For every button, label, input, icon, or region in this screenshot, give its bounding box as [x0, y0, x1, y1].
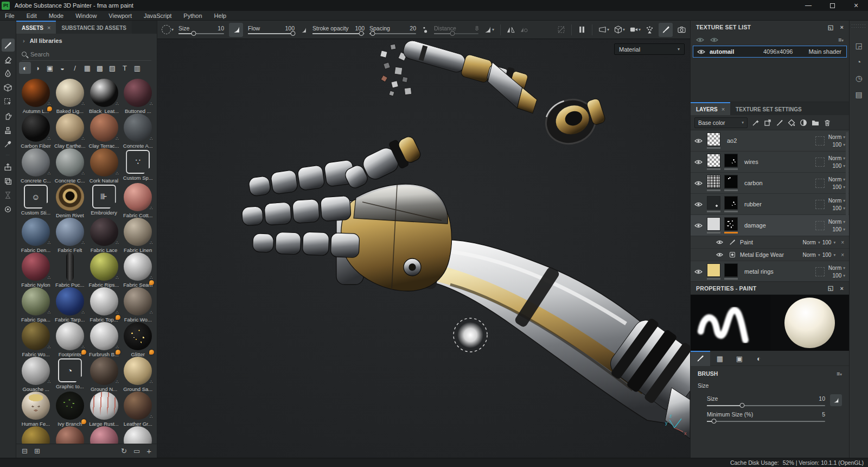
pause-engine-icon[interactable] — [578, 26, 586, 34]
smudge-tool[interactable] — [2, 109, 15, 122]
asset-item[interactable]: Fabric Puc... — [53, 252, 87, 287]
refresh-icon[interactable]: ↻ — [121, 447, 127, 455]
menu-javascript[interactable]: JavaScript — [138, 12, 177, 19]
selection-tool[interactable] — [2, 95, 15, 108]
asset-item[interactable]: ∴Fabric Wo... — [121, 287, 155, 321]
symmetry-settings-icon[interactable] — [520, 26, 528, 34]
asset-item[interactable]: Ivy Branch — [53, 391, 87, 426]
layer-row-metal-rings[interactable]: metal ringsNorm▾100▾ — [691, 261, 849, 281]
asset-item[interactable]: ∴Fabric Rips... — [87, 252, 121, 287]
clone-tool[interactable] — [2, 123, 15, 136]
layer-mask-thumb[interactable] — [724, 263, 738, 277]
layer-content-thumb[interactable] — [707, 217, 720, 231]
asset-item[interactable]: ∴Clay Terrac... — [87, 113, 121, 148]
view-3d-icon[interactable]: ▾ — [614, 26, 625, 34]
bake-mesh-maps[interactable] — [2, 203, 15, 216]
close-panel-icon[interactable]: × — [840, 24, 844, 30]
layer-visibility-icon[interactable] — [694, 138, 703, 144]
layer-mask-thumbnail[interactable] — [724, 263, 738, 280]
asset-item[interactable]: ∴Gouache ... — [19, 356, 53, 391]
history-icon[interactable]: ◷ — [856, 74, 862, 83]
asset-item[interactable]: ∴Concrete C... — [19, 148, 53, 182]
asset-item[interactable]: Human Fe... — [19, 391, 53, 426]
blend-opacity[interactable]: Norm▾100▾ — [828, 176, 845, 190]
layer-effect-row-Metal-Edge-Wear[interactable]: Metal Edge WearNorm▾100▾× — [691, 249, 849, 261]
list-view-icon[interactable]: ⊟ — [22, 447, 28, 455]
menu-viewport[interactable]: Viewport — [103, 12, 138, 19]
asset-item[interactable]: ∵Custom Sp... — [121, 148, 155, 182]
layer-row-carbon[interactable]: carbonNorm▾100▾ — [691, 173, 849, 194]
tab-texture-set-settings[interactable]: TEXTURE SET SETTINGS — [730, 102, 807, 115]
solo-visibility-icon[interactable] — [710, 37, 719, 43]
layer-thumbnail[interactable] — [707, 175, 720, 191]
menu-mode[interactable]: Mode — [43, 12, 70, 19]
filter-menu-icon[interactable]: ≡▾ — [838, 36, 844, 43]
asset-item[interactable] — [19, 426, 53, 444]
asset-item[interactable]: ∴Ground Sa... — [121, 356, 155, 391]
asset-item[interactable]: ∴Fabric Nylon — [19, 252, 53, 287]
layer-mask-thumbnail[interactable] — [724, 154, 738, 170]
asset-item[interactable]: ∴Concrete C... — [53, 148, 87, 182]
layer-visibility-icon[interactable] — [694, 159, 703, 165]
quick-export[interactable] — [2, 160, 15, 173]
asset-item[interactable]: ∴Fabric Wo... — [19, 321, 53, 356]
flow-slider-group[interactable]: Flow100 — [248, 26, 295, 34]
tab-substance-3d-assets[interactable]: SUBSTANCE 3D ASSETS — [56, 21, 131, 34]
dock-grip[interactable]: ·············· — [851, 23, 866, 29]
shading-mode-dropdown[interactable]: Material ▾ — [614, 43, 685, 55]
layer-mask-thumbnail[interactable] — [724, 175, 738, 191]
remove-effect-icon[interactable]: × — [841, 252, 844, 258]
layer-content-thumb[interactable] — [707, 175, 720, 188]
asset-item[interactable]: ∴Buttoned ... — [121, 78, 155, 113]
stencil-disabled-icon[interactable] — [557, 26, 565, 34]
asset-item[interactable]: ∴Leather Gr... — [121, 391, 155, 426]
asset-item[interactable]: ∴Fabric Tarp... — [53, 287, 87, 321]
minimize-button[interactable]: — — [796, 0, 820, 11]
layer-mask-thumb[interactable] — [724, 196, 738, 210]
layer-row-wires[interactable]: wiresNorm▾100▾ — [691, 152, 849, 173]
resources-updater[interactable] — [2, 174, 15, 187]
blend-opacity[interactable]: Norm▾100▾ — [828, 219, 845, 232]
projection-tool[interactable] — [2, 67, 15, 80]
asset-item[interactable]: Glitter — [121, 321, 155, 356]
layer-thumbnail[interactable] — [707, 263, 720, 280]
layer-content-thumb[interactable] — [707, 154, 720, 167]
filter-menu-icon[interactable]: ≡▾ — [837, 370, 842, 377]
layer-thumbnail[interactable] — [707, 196, 720, 212]
effect-visibility-icon[interactable] — [716, 252, 725, 257]
layer-thumbnail[interactable] — [707, 154, 720, 170]
asset-item[interactable]: ∴Fabric Lace — [87, 217, 121, 252]
distance-slider-group[interactable]: Distance8 — [434, 26, 478, 34]
asset-item[interactable]: ∴Fabric Seam — [121, 252, 155, 287]
snapshot-camera-icon[interactable] — [678, 26, 686, 34]
tab-stencil-properties[interactable]: ▣ — [730, 351, 749, 366]
menu-edit[interactable]: Edit — [21, 12, 43, 19]
layer-row-ao2[interactable]: ao2Norm▾100▾ — [691, 130, 849, 152]
layer-content-thumb[interactable] — [707, 263, 720, 277]
toggle-visibility-all-icon[interactable] — [696, 37, 705, 43]
details-view-icon[interactable]: ⊞ — [34, 447, 40, 455]
layer-visibility-icon[interactable] — [694, 269, 703, 275]
symmetry-icon[interactable] — [507, 26, 515, 34]
tab-alpha-properties[interactable]: ▦ — [710, 351, 730, 366]
asset-item[interactable]: ⊪Embroidery — [87, 182, 121, 217]
layer-content-thumb[interactable] — [707, 132, 720, 146]
asset-item[interactable]: ∴Cork Natural — [87, 148, 121, 182]
add-effect-icon[interactable] — [752, 119, 760, 127]
stroke-opacity-slider-group[interactable]: Stroke opacity100 — [312, 26, 365, 34]
blend-opacity[interactable]: Norm▾100▾ — [828, 265, 845, 279]
asset-item[interactable]: ∴Fabric Felt — [53, 217, 87, 252]
texture-set-row-automail[interactable]: automail 4096x4096 Main shader — [693, 46, 847, 58]
filter-alpha-icon[interactable]: ▦ — [81, 62, 93, 74]
display-settings-icon[interactable]: ◲ — [855, 41, 862, 50]
log-icon[interactable]: ▤ — [855, 90, 862, 99]
asset-item[interactable]: ∴Footprints — [53, 321, 87, 356]
flow-falloff-icon[interactable] — [299, 26, 308, 34]
filter-pattern-icon[interactable]: ▩ — [94, 62, 106, 74]
add-smart-mask-icon[interactable] — [800, 119, 807, 127]
asset-item[interactable] — [87, 426, 121, 444]
filter-smart-material-icon[interactable]: ◑ — [31, 62, 43, 74]
popout-icon[interactable]: ◱ — [828, 24, 834, 31]
asset-item[interactable]: ∴Concrete A... — [121, 113, 155, 148]
add-fill-layer-icon[interactable] — [788, 119, 795, 127]
